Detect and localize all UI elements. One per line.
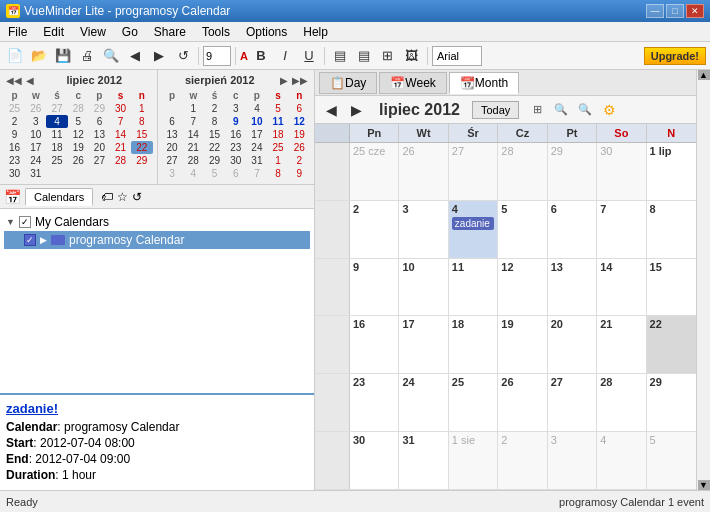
menu-edit[interactable]: Edit — [39, 24, 68, 40]
today-button[interactable]: Today — [472, 101, 519, 119]
cell-29[interactable]: 29 — [647, 374, 696, 431]
font-size-input[interactable] — [203, 46, 231, 66]
cell-23[interactable]: 23 — [350, 374, 399, 431]
next-button[interactable]: ▶ — [148, 45, 170, 67]
zoom-in-icon[interactable]: 🔍 — [575, 100, 595, 120]
cell-27cze[interactable]: 27 — [449, 143, 498, 200]
thumbnail-icon[interactable]: ⊞ — [527, 100, 547, 120]
sync-icon[interactable]: ↺ — [132, 190, 142, 204]
cell-4aug[interactable]: 4 — [597, 432, 646, 489]
star-icon[interactable]: ☆ — [117, 190, 128, 204]
cell-12[interactable]: 12 — [498, 259, 547, 316]
cell-30[interactable]: 30 — [350, 432, 399, 489]
cell-19[interactable]: 19 — [498, 316, 547, 373]
open-button[interactable]: 📂 — [28, 45, 50, 67]
cell-10[interactable]: 10 — [399, 259, 448, 316]
cell-1sie[interactable]: 1 sie — [449, 432, 498, 489]
menu-options[interactable]: Options — [242, 24, 291, 40]
next-month-btn[interactable]: ▶ — [346, 100, 367, 120]
cell-7[interactable]: 7 — [597, 201, 646, 258]
right-scrollbar[interactable]: ▲ ▼ — [696, 70, 710, 490]
scroll-down-btn[interactable]: ▼ — [698, 480, 710, 490]
cell-9[interactable]: 9 — [350, 259, 399, 316]
cell-20[interactable]: 20 — [548, 316, 597, 373]
cell-8[interactable]: 8 — [647, 201, 696, 258]
align-left-btn[interactable]: ▤ — [329, 45, 351, 67]
cell-28[interactable]: 28 — [597, 374, 646, 431]
tab-day[interactable]: 📋 Day — [319, 72, 377, 94]
mini-cal-next2[interactable]: ▶▶ — [290, 75, 310, 86]
align-center-btn[interactable]: ▤ — [353, 45, 375, 67]
cell-25[interactable]: 25 — [449, 374, 498, 431]
settings-gear-icon[interactable]: ⚙ — [599, 100, 619, 120]
cell-13[interactable]: 13 — [548, 259, 597, 316]
maximize-button[interactable]: □ — [666, 4, 684, 18]
table-btn[interactable]: ⊞ — [377, 45, 399, 67]
mini-cal-prev[interactable]: ◀◀ — [4, 75, 24, 86]
cell-15[interactable]: 15 — [647, 259, 696, 316]
prev-button[interactable]: ◀ — [124, 45, 146, 67]
tree-my-calendars[interactable]: ▼ ✓ My Calendars — [4, 213, 310, 231]
cell-5[interactable]: 5 — [498, 201, 547, 258]
tab-week[interactable]: 📅 Week — [379, 72, 446, 94]
tree-programosy-cal[interactable]: ✓ ▶ programosy Calendar — [4, 231, 310, 249]
mini-cal-prev2[interactable]: ◀ — [24, 75, 36, 86]
save-button[interactable]: 💾 — [52, 45, 74, 67]
cell-2[interactable]: 2 — [350, 201, 399, 258]
menu-help[interactable]: Help — [299, 24, 332, 40]
new-button[interactable]: 📄 — [4, 45, 26, 67]
cell-26cze[interactable]: 26 — [399, 143, 448, 200]
font-name-input[interactable] — [432, 46, 482, 66]
cell-4[interactable]: 4 zadanie — [449, 201, 498, 258]
cell-3[interactable]: 3 — [399, 201, 448, 258]
cell-31[interactable]: 31 — [399, 432, 448, 489]
cell-27[interactable]: 27 — [548, 374, 597, 431]
cell-16[interactable]: 16 — [350, 316, 399, 373]
calendar-icon[interactable]: 📅 — [4, 189, 21, 205]
event-title[interactable]: zadanie! — [6, 401, 308, 416]
menu-go[interactable]: Go — [118, 24, 142, 40]
cell-28cze[interactable]: 28 — [498, 143, 547, 200]
bold-button[interactable]: B — [250, 45, 272, 67]
minimize-button[interactable]: — — [646, 4, 664, 18]
cell-5aug[interactable]: 5 — [647, 432, 696, 489]
menu-tools[interactable]: Tools — [198, 24, 234, 40]
cell-6[interactable]: 6 — [548, 201, 597, 258]
cell-26[interactable]: 26 — [498, 374, 547, 431]
search-button[interactable]: 🔍 — [100, 45, 122, 67]
cell-1lip[interactable]: 1 lip — [647, 143, 696, 200]
tab-month[interactable]: 📆 Month — [449, 72, 519, 94]
cell-30cze[interactable]: 30 — [597, 143, 646, 200]
cell-22-today[interactable]: 22 — [647, 316, 696, 373]
cell-18[interactable]: 18 — [449, 316, 498, 373]
cell-11[interactable]: 11 — [449, 259, 498, 316]
cell-14[interactable]: 14 — [597, 259, 646, 316]
programosy-checkbox[interactable]: ✓ — [24, 234, 36, 246]
italic-button[interactable]: I — [274, 45, 296, 67]
my-calendars-checkbox[interactable]: ✓ — [19, 216, 31, 228]
menu-view[interactable]: View — [76, 24, 110, 40]
menu-file[interactable]: File — [4, 24, 31, 40]
refresh-button[interactable]: ↺ — [172, 45, 194, 67]
font-color-btn[interactable]: A — [240, 50, 248, 62]
prev-month-btn[interactable]: ◀ — [321, 100, 342, 120]
cell-3aug[interactable]: 3 — [548, 432, 597, 489]
underline-button[interactable]: U — [298, 45, 320, 67]
zoom-out-icon[interactable]: 🔍 — [551, 100, 571, 120]
image-btn[interactable]: 🖼 — [401, 45, 423, 67]
mini-cal-next[interactable]: ▶ — [278, 75, 290, 86]
print-button[interactable]: 🖨 — [76, 45, 98, 67]
close-button[interactable]: ✕ — [686, 4, 704, 18]
event-zadanie[interactable]: zadanie — [452, 217, 494, 230]
cell-21[interactable]: 21 — [597, 316, 646, 373]
cell-25cze[interactable]: 25 cze — [350, 143, 399, 200]
upgrade-button[interactable]: Upgrade! — [644, 47, 706, 65]
tab-calendars[interactable]: Calendars — [25, 188, 93, 206]
cell-2aug[interactable]: 2 — [498, 432, 547, 489]
menu-share[interactable]: Share — [150, 24, 190, 40]
tag-icon[interactable]: 🏷 — [101, 190, 113, 204]
cell-17[interactable]: 17 — [399, 316, 448, 373]
cell-24[interactable]: 24 — [399, 374, 448, 431]
scroll-up-btn[interactable]: ▲ — [698, 70, 710, 80]
cell-29cze[interactable]: 29 — [548, 143, 597, 200]
